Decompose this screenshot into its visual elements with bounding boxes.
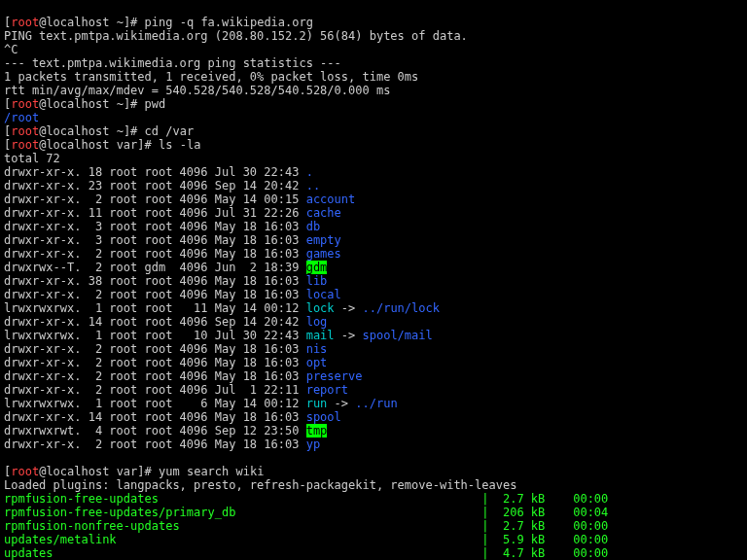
prompt: [root@localhost var]# [4, 465, 152, 478]
cmd: ls -la [159, 138, 200, 152]
ping-stats-2: rtt min/avg/max/mdev = 540.528/540.528/5… [4, 84, 390, 97]
ls-row: drwxr-xr-x. 2 root root 4096 May 18 16:0… [4, 369, 743, 383]
ls-row: drwxr-xr-x. 14 root root 4096 May 18 16:… [4, 410, 743, 424]
ls-row: drwxr-xr-x. 18 root root 4096 Jul 30 22:… [4, 165, 743, 179]
ls-row: drwxr-xr-x. 38 root root 4096 May 18 16:… [4, 274, 743, 288]
prompt: [root@localhost var]# [4, 138, 152, 152]
ls-row: drwxr-xr-x. 2 root root 4096 May 14 00:1… [4, 192, 743, 206]
ls-row: drwxr-xr-x. 2 root root 4096 May 18 16:0… [4, 438, 743, 451]
cmd: pwd [145, 97, 166, 111]
prompt: [root@localhost ~]# [4, 16, 137, 29]
ls-row: drwxr-xr-x. 3 root root 4096 May 18 16:0… [4, 233, 743, 247]
ping-stats-title: --- text.pmtpa.wikimedia.org ping statis… [4, 56, 341, 70]
cmd: ping -q fa.wikipedia.org [145, 16, 313, 29]
ls-row: drwxr-xr-x. 2 root root 4096 May 18 16:0… [4, 356, 743, 369]
ls-row: drwxr-xr-x. 23 root root 4096 Sep 14 20:… [4, 179, 743, 192]
ls-row: drwxrwxrwt. 4 root root 4096 Sep 12 23:5… [4, 424, 743, 438]
pwd-output: /root [4, 111, 39, 124]
yum-row: updates | 4.7 kB 00:00 [4, 546, 743, 560]
terminal[interactable]: [root@localhost ~]# ping -q fa.wikipedia… [0, 0, 747, 560]
ping-stats-1: 1 packets transmitted, 1 received, 0% pa… [4, 70, 418, 84]
ping-interrupt: ^C [4, 43, 18, 56]
ls-row: lrwxrwxrwx. 1 root root 6 May 14 00:12 r… [4, 397, 743, 410]
yum-row: rpmfusion-free-updates/primary_db | 206 … [4, 506, 743, 519]
ls-row: drwxr-xr-x. 2 root root 4096 Jul 1 22:11… [4, 383, 743, 397]
ls-row: drwxr-xr-x. 2 root root 4096 May 18 16:0… [4, 342, 743, 356]
yum-output: rpmfusion-free-updates | 2.7 kB 00:00rpm… [4, 492, 743, 560]
yum-row: rpmfusion-free-updates | 2.7 kB 00:00 [4, 492, 743, 506]
ls-total: total 72 [4, 152, 60, 165]
ls-row: drwxrwx--T. 2 root gdm 4096 Jun 2 18:39 … [4, 261, 743, 274]
ls-row: drwxr-xr-x. 14 root root 4096 Sep 14 20:… [4, 315, 743, 329]
ls-row: drwxr-xr-x. 11 root root 4096 Jul 31 22:… [4, 206, 743, 220]
prompt: [root@localhost ~]# [4, 97, 137, 111]
cmd: yum search wiki [159, 465, 264, 478]
ls-listing: drwxr-xr-x. 18 root root 4096 Jul 30 22:… [4, 165, 743, 451]
yum-plugins: Loaded plugins: langpacks, presto, refre… [4, 478, 516, 492]
yum-row: updates/metalink | 5.9 kB 00:00 [4, 533, 743, 546]
prompt: [root@localhost ~]# [4, 124, 137, 138]
yum-row: rpmfusion-nonfree-updates | 2.7 kB 00:00 [4, 519, 743, 533]
ls-row: drwxr-xr-x. 3 root root 4096 May 18 16:0… [4, 220, 743, 233]
ls-row: lrwxrwxrwx. 1 root root 10 Jul 30 22:43 … [4, 329, 743, 342]
ls-row: drwxr-xr-x. 2 root root 4096 May 18 16:0… [4, 247, 743, 261]
cmd: cd /var [145, 124, 195, 138]
ls-row: lrwxrwxrwx. 1 root root 11 May 14 00:12 … [4, 301, 743, 315]
ls-row: drwxr-xr-x. 2 root root 4096 May 18 16:0… [4, 288, 743, 301]
ping-header: PING text.pmtpa.wikimedia.org (208.80.15… [4, 29, 468, 43]
